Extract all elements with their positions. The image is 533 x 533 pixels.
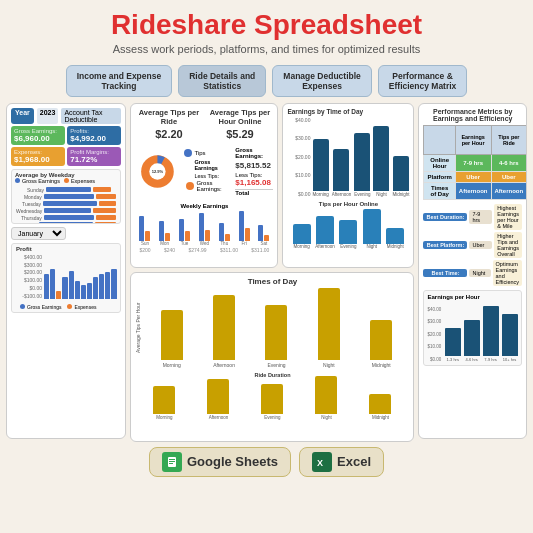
tab-performance[interactable]: Performance & Efficiency Matrix [378, 65, 468, 97]
page-subtitle: Assess work periods, platforms, and time… [10, 43, 523, 55]
svg-rect-7 [169, 463, 173, 464]
perf-cell-2-0: Times of Day [424, 182, 455, 199]
perf-th-0 [424, 125, 455, 154]
stats-grid: Gross Earnings: $6,960.00 Profits: $4,99… [11, 126, 121, 166]
year-row: Year 2023 Account Tax Deductible [11, 108, 121, 124]
month-selector: JanuaryFebruaryMarch [11, 227, 121, 240]
weekday-row-sun: Sunday [16, 187, 116, 193]
pie-area: 12.9% Tips Gross Earnings Less Tips: [135, 144, 273, 199]
times-card: Times of Day Average Tips Per Hour Morni… [130, 272, 414, 442]
tax-label: Account Tax Deductible [61, 108, 121, 124]
tab-ride-details[interactable]: Ride Details and Statistics [178, 65, 266, 97]
weekday-chart-title: Average by Weekday [12, 170, 120, 178]
tips-per-hour-title: Average Tips per Hour Online [206, 108, 273, 126]
stat-label-profits: Profits: [70, 128, 118, 134]
chart-legend: Gross Earnings Expenses [12, 178, 120, 184]
stat-margin: Profit Margins: 71.72% [67, 147, 121, 166]
best-desc-platform: Higher Tips and Earnings Overall [494, 232, 522, 258]
best-rows: Best Duration: 7-9 hrs Highest Earnings … [423, 204, 522, 286]
weekly-chart-area: Weekly Earnings Sun [135, 203, 273, 253]
center-top: Average Tips per Ride $2.20 Average Tips… [130, 103, 414, 268]
year-label: Year [11, 108, 34, 124]
perf-cell-2-2: Afternoon [491, 182, 527, 199]
perf-cell-1-0: Platform [424, 171, 455, 182]
perf-row-0: Online Hour 7-9 hrs 4-6 hrs 3-9 hrs [424, 154, 527, 171]
year-value: 2023 [37, 108, 59, 124]
tab-deductible[interactable]: Manage Deductible Expenses [272, 65, 371, 97]
pie-chart: 12.9% [135, 144, 180, 199]
times-bars: Morning Afternoon Evening [143, 288, 409, 368]
footer: Google Sheets X Excel [0, 443, 533, 481]
tips-title: Average Tips per Ride [135, 108, 202, 126]
best-row-platform: Best Platform: Uber Higher Tips and Earn… [423, 232, 522, 258]
legend-label-earnings: Gross Earnings [22, 178, 60, 184]
tips-per-hour-value: $5.29 [206, 128, 273, 140]
best-label-duration: Best Duration: [423, 213, 467, 221]
tips-value: $2.20 [135, 128, 202, 140]
perf-cell-0-1: 7-9 hrs [455, 154, 491, 171]
weekday-row-wed: Wednesday [16, 208, 116, 214]
gsheets-icon [162, 452, 182, 472]
perf-row-1: Platform Uber Uber Uber [424, 171, 527, 182]
less-tips-val: $1,165.08 [235, 178, 273, 187]
perf-visual-chart: Earnings per Hour $40.00 $30.00 $20.00 $… [423, 290, 522, 366]
best-label-platform: Best Platform: [423, 241, 467, 249]
perf-th-1: Earnings per Hour [455, 125, 491, 154]
page-title: Rideshare Spreadsheet [10, 10, 523, 41]
perf-row-2: Times of Day Afternoon Afternoon Night [424, 182, 527, 199]
stat-expenses: Expenses: $1,968.00 [11, 147, 65, 166]
stat-value-margin: 71.72% [70, 155, 118, 164]
stat-label-earnings: Gross Earnings: [14, 128, 62, 134]
center-panel: Average Tips per Ride $2.20 Average Tips… [130, 103, 414, 439]
pie-legend: Tips Gross Earnings Less Tips: Gross Ear… [184, 149, 229, 194]
gsheets-label: Google Sheets [187, 454, 278, 469]
weekly-bars: Sun Mon [135, 211, 273, 246]
best-row-time: Best Time: Night Optimum Earnings and Ef… [423, 260, 522, 286]
perf-table: Earnings per Hour Tips per Ride Earnings… [423, 125, 527, 200]
stat-gross-earnings: Gross Earnings: $6,960.00 [11, 126, 65, 145]
svg-text:12.9%: 12.9% [152, 169, 164, 174]
best-val-duration: 7-9 hrs [469, 210, 492, 224]
best-row-duration: Best Duration: 7-9 hrs Highest Earnings … [423, 204, 522, 230]
stat-value-expenses: $1,968.00 [14, 155, 62, 164]
page-header: Rideshare Spreadsheet Assess work period… [0, 0, 533, 59]
legend-dot-expenses [64, 178, 69, 183]
gsheets-badge[interactable]: Google Sheets [149, 447, 291, 477]
svg-rect-6 [169, 461, 175, 462]
legend-expenses: Expenses [64, 178, 95, 184]
main-content: Year 2023 Account Tax Deductible Gross E… [0, 103, 533, 443]
perf-th-2: Tips per Ride [491, 125, 527, 154]
weekday-row-thu: Thursday [16, 215, 116, 221]
weekday-row-fri: Friday [16, 222, 116, 224]
best-val-time: Night [469, 269, 490, 277]
profit-bars [44, 254, 116, 299]
excel-badge[interactable]: X Excel [299, 447, 384, 477]
legend-dot-earnings [15, 178, 20, 183]
right-panel: Performance Metrics by Earnings and Effi… [418, 103, 527, 439]
perf-cell-0-2: 4-6 hrs [491, 154, 527, 171]
nav-tab-bar: Income and Expense Tracking Ride Details… [0, 59, 533, 103]
excel-label: Excel [337, 454, 371, 469]
perf-cell-2-1: Afternoon [455, 182, 491, 199]
legend-label-expenses: Expenses [71, 178, 95, 184]
excel-icon: X [312, 452, 332, 472]
perf-cell-1-1: Uber [455, 171, 491, 182]
perf-cell-1-2: Uber [491, 171, 527, 182]
weekday-row-mon: Monday [16, 194, 116, 200]
stat-label-expenses: Expenses: [14, 149, 62, 155]
stat-label-margin: Profit Margins: [70, 149, 118, 155]
tab-income-expense[interactable]: Income and Expense Tracking [66, 65, 173, 97]
gross-earnings-val: $5,815.52 [235, 161, 273, 170]
best-val-platform: Uber [469, 241, 492, 249]
weekday-row-tue: Tuesday [16, 201, 116, 207]
tips-card: Average Tips per Ride $2.20 Average Tips… [130, 103, 278, 268]
svg-text:X: X [317, 458, 323, 468]
best-desc-duration: Highest Earnings per Hour & Mile [494, 204, 522, 230]
time-earnings-bars: Morning Afternoon Evening [312, 117, 409, 197]
perf-cell-0-0: Online Hour [424, 154, 455, 171]
earnings-time-chart: Earnings by Time of Day $40.00 $30.00 $2… [282, 103, 414, 268]
weekday-bars: Sunday Monday Tuesday Wednesday [12, 185, 120, 224]
month-dropdown[interactable]: JanuaryFebruaryMarch [11, 227, 66, 240]
profit-chart: Profit $400.00 $300.00 $200.00 $100.00 $… [11, 243, 121, 313]
total-label: Total [235, 189, 273, 196]
